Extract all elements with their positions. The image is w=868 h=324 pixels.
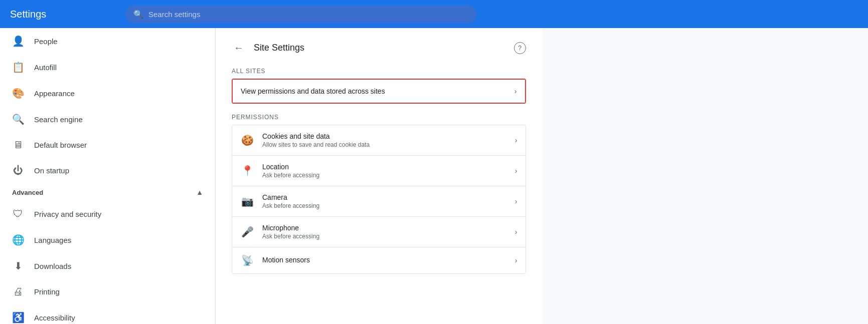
cookies-subtitle: Allow sites to save and read cookie data: [262, 141, 370, 148]
location-chevron-icon: ›: [515, 167, 517, 175]
permission-camera[interactable]: 📷 Camera Ask before accessing ›: [232, 186, 526, 217]
sidebar-item-search-engine[interactable]: 🔍 Search engine: [0, 106, 215, 132]
sidebar-item-privacy-security[interactable]: 🛡 Privacy and security: [0, 201, 215, 227]
shield-icon: 🛡: [12, 208, 24, 220]
permission-microphone[interactable]: 🎤 Microphone Ask before accessing ›: [232, 217, 526, 247]
appearance-icon: 🎨: [12, 87, 24, 99]
browser-icon: 🖥: [12, 139, 24, 151]
permissions-section-label: Permissions: [232, 114, 526, 121]
globe-icon: 🌐: [12, 234, 24, 246]
sidebar-label-downloads: Downloads: [34, 262, 71, 270]
sidebar-item-downloads[interactable]: ⬇ Downloads: [0, 253, 215, 279]
view-permissions-chevron-icon: ›: [514, 87, 517, 95]
sidebar-item-autofill[interactable]: 📋 Autofill: [0, 54, 215, 80]
advanced-section-header[interactable]: Advanced ▲: [0, 183, 215, 201]
sidebar-label-people: People: [34, 37, 58, 46]
camera-chevron-icon: ›: [515, 197, 517, 205]
permissions-list: 🍪 Cookies and site data Allow sites to s…: [232, 125, 526, 274]
view-permissions-label: View permissions and data stored across …: [241, 87, 385, 95]
advanced-chevron-icon: ▲: [196, 188, 203, 196]
main-layout: 👤 People 📋 Autofill 🎨 Appearance 🔍 Searc…: [0, 28, 868, 324]
person-icon: 👤: [12, 35, 24, 47]
content-inner: ← Site Settings ? All sites View permiss…: [216, 28, 542, 324]
sidebar-item-languages[interactable]: 🌐 Languages: [0, 227, 215, 253]
sidebar: 👤 People 📋 Autofill 🎨 Appearance 🔍 Searc…: [0, 28, 216, 324]
help-icon[interactable]: ?: [514, 42, 526, 54]
sidebar-item-on-startup[interactable]: ⏻ On startup: [0, 158, 215, 183]
permission-motion-sensors[interactable]: 📡 Motion sensors ›: [232, 247, 526, 273]
location-subtitle: Ask before accessing: [262, 172, 319, 179]
camera-icon: 📷: [240, 195, 254, 207]
sidebar-label-default-browser: Default browser: [34, 141, 87, 149]
camera-subtitle: Ask before accessing: [262, 202, 319, 209]
page-header: ← Site Settings ?: [232, 40, 526, 56]
sidebar-label-autofill: Autofill: [34, 63, 57, 72]
cookies-chevron-icon: ›: [515, 136, 517, 144]
microphone-chevron-icon: ›: [515, 228, 517, 236]
microphone-subtitle: Ask before accessing: [262, 233, 319, 240]
motion-sensors-chevron-icon: ›: [515, 256, 517, 264]
sidebar-item-people[interactable]: 👤 People: [0, 28, 215, 54]
microphone-title: Microphone: [262, 224, 319, 232]
cookies-title: Cookies and site data: [262, 132, 370, 140]
motion-sensors-title: Motion sensors: [262, 256, 310, 264]
advanced-label: Advanced: [12, 189, 43, 196]
all-sites-label: All sites: [232, 68, 526, 75]
back-button[interactable]: ←: [232, 40, 246, 56]
search-bar[interactable]: 🔍: [125, 6, 476, 23]
sidebar-item-appearance[interactable]: 🎨 Appearance: [0, 80, 215, 106]
accessibility-icon: ♿: [12, 311, 24, 323]
sidebar-label-printing: Printing: [34, 287, 60, 296]
location-title: Location: [262, 163, 319, 171]
motion-sensors-icon: 📡: [240, 254, 254, 266]
sidebar-item-default-browser[interactable]: 🖥 Default browser: [0, 132, 215, 158]
sidebar-item-printing[interactable]: 🖨 Printing: [0, 279, 215, 304]
app-title: Settings: [10, 9, 110, 20]
content-area: ← Site Settings ? All sites View permiss…: [216, 28, 542, 324]
location-icon: 📍: [240, 165, 254, 177]
permission-cookies[interactable]: 🍪 Cookies and site data Allow sites to s…: [232, 125, 526, 156]
page-title: Site Settings: [254, 43, 304, 53]
topbar: Settings 🔍: [0, 0, 868, 28]
sidebar-label-privacy-security: Privacy and security: [34, 210, 101, 218]
download-icon: ⬇: [12, 260, 24, 272]
sidebar-label-accessibility: Accessibility: [34, 313, 75, 322]
right-panel: [542, 28, 869, 324]
sidebar-item-accessibility[interactable]: ♿ Accessibility: [0, 304, 215, 324]
permission-location[interactable]: 📍 Location Ask before accessing ›: [232, 156, 526, 186]
view-permissions-row[interactable]: View permissions and data stored across …: [233, 80, 525, 103]
camera-title: Camera: [262, 193, 319, 201]
search-input[interactable]: [148, 10, 468, 19]
sidebar-label-appearance: Appearance: [34, 89, 75, 98]
sidebar-label-on-startup: On startup: [34, 166, 69, 175]
search-icon: 🔍: [133, 10, 143, 19]
cookies-icon: 🍪: [240, 134, 254, 146]
print-icon: 🖨: [12, 286, 24, 297]
search-engine-icon: 🔍: [12, 113, 24, 125]
autofill-icon: 📋: [12, 61, 24, 73]
startup-icon: ⏻: [12, 165, 24, 176]
microphone-icon: 🎤: [240, 226, 254, 238]
sidebar-label-languages: Languages: [34, 236, 71, 244]
view-permissions-row-wrapper: View permissions and data stored across …: [232, 79, 526, 104]
sidebar-label-search-engine: Search engine: [34, 115, 83, 124]
